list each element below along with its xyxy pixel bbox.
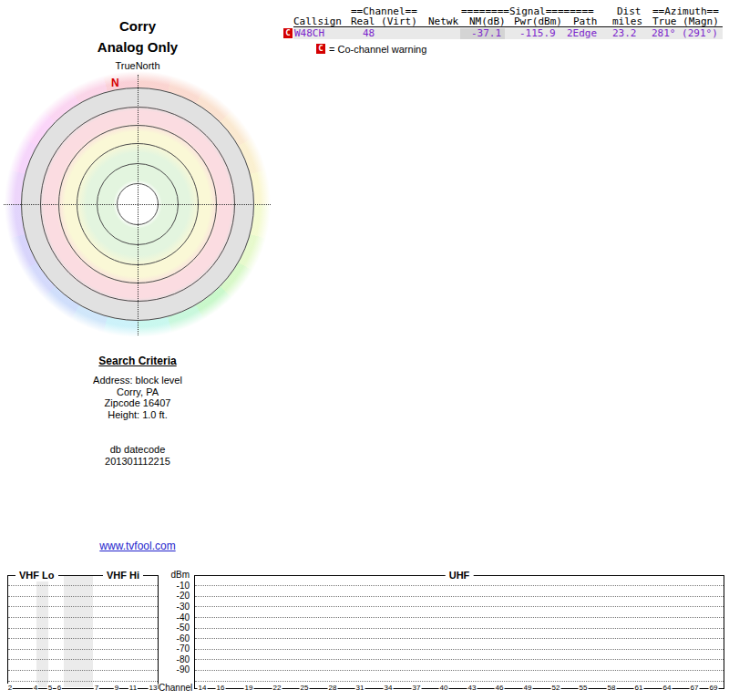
- uhf-channel-tick: 19: [244, 684, 254, 693]
- cell-pwr-dbm: -115.9: [519, 28, 556, 39]
- y-tick: -30: [160, 602, 190, 612]
- uhf-channel-tick: 31: [355, 684, 365, 693]
- datecode-label: db datecode: [46, 444, 229, 456]
- channel-axis-label: Channel: [159, 683, 192, 693]
- criteria-address: Address: block level: [46, 375, 229, 386]
- signal-table: ==Channel== ========Signal======== Dist …: [0, 0, 729, 58]
- uhf-channel-tick: 67: [690, 684, 700, 693]
- vhf-channel-tick: 2: [7, 684, 13, 693]
- dbm-axis-label: dBm: [160, 570, 190, 580]
- vhf-channel-tick: 7: [94, 684, 99, 693]
- uhf-channel-tick: 40: [439, 684, 449, 693]
- uhf-channel-tick: 28: [328, 684, 338, 693]
- uhf-channel-tick: 43: [467, 684, 477, 693]
- uhf-channel-tick: 22: [272, 684, 282, 693]
- uhf-channel-tick: 69: [709, 684, 719, 693]
- uhf-channel-tick: 49: [523, 684, 533, 693]
- uhf-channel-tick: 37: [412, 684, 422, 693]
- y-tick: -70: [160, 643, 190, 654]
- y-tick: -80: [160, 654, 190, 664]
- uhf-channel-tick: 25: [300, 684, 310, 693]
- cell-miles: 23.2: [612, 28, 637, 39]
- uhf-panel: UHF 14 16 19 22 25 28 31 34 37 40 43 46 …: [194, 575, 724, 689]
- vhf-channel-tick: 9: [114, 684, 119, 693]
- y-tick: -50: [160, 623, 190, 633]
- tvfool-link[interactable]: www.tvfool.com: [99, 540, 175, 552]
- y-tick: -90: [160, 664, 190, 674]
- uhf-channel-tick: 61: [634, 684, 644, 693]
- tvfool-report-page: Corry Analog Only TrueNorth N ==Channel=…: [0, 0, 729, 700]
- uhf-channel-tick: 46: [495, 684, 505, 693]
- uhf-channel-tick: 52: [551, 684, 561, 693]
- vhf-hi-label: VHF Hi: [103, 569, 143, 582]
- uhf-label: UHF: [446, 569, 474, 582]
- y-tick: -10: [160, 581, 190, 591]
- uhf-channel-tick: 34: [384, 684, 394, 693]
- vhf-channel-tick: 11: [128, 684, 138, 693]
- cell-real-channel: 48: [363, 28, 375, 39]
- north-south-crosshair: [138, 75, 139, 335]
- y-tick: -60: [160, 633, 190, 643]
- cell-callsign[interactable]: W48CH: [294, 28, 324, 39]
- east-west-crosshair: [4, 204, 271, 205]
- co-channel-flag: C: [283, 28, 293, 38]
- uhf-channel-tick: 14: [198, 684, 208, 693]
- vhf-panel: VHF Lo VHF Hi 2 4 5 6 7 9 11 13: [7, 575, 159, 689]
- db-datecode: db datecode 201301112215: [46, 444, 229, 467]
- cell-azimuth: 281° (291°): [652, 28, 718, 39]
- uhf-channel-tick: 64: [662, 684, 673, 693]
- uhf-channel-tick: 16: [216, 684, 226, 693]
- cell-nm-db: -37.1: [471, 28, 501, 39]
- north-marker: N: [111, 77, 119, 89]
- uhf-channel-tick: 58: [607, 684, 617, 693]
- vhf-channel-tick: 4: [33, 684, 38, 693]
- criteria-height: Height: 1.0 ft.: [46, 409, 229, 421]
- legend-flag: C: [316, 44, 325, 54]
- y-tick: -20: [160, 591, 190, 601]
- criteria-city: Corry, PA: [46, 386, 229, 398]
- criteria-zip: Zipcode 16407: [46, 397, 229, 409]
- search-criteria: Search Criteria Address: block level Cor…: [46, 355, 229, 420]
- datecode-value: 201301112215: [46, 456, 229, 468]
- spectrum-chart: VHF Lo VHF Hi 2 4 5 6 7 9 11 13 dBm -10 …: [0, 565, 729, 700]
- vhf-channel-tick: 13: [149, 684, 159, 693]
- vhf-channel-tick: 6: [56, 684, 62, 693]
- vhf-channel-tick: 5: [47, 684, 53, 693]
- cell-path: 2Edge: [567, 28, 597, 39]
- vhf-lo-label: VHF Lo: [15, 569, 58, 582]
- uhf-channel-tick: 55: [579, 684, 589, 693]
- y-tick: -40: [160, 612, 190, 623]
- search-criteria-heading: Search Criteria: [46, 355, 229, 368]
- legend-text: = Co-channel warning: [329, 44, 426, 55]
